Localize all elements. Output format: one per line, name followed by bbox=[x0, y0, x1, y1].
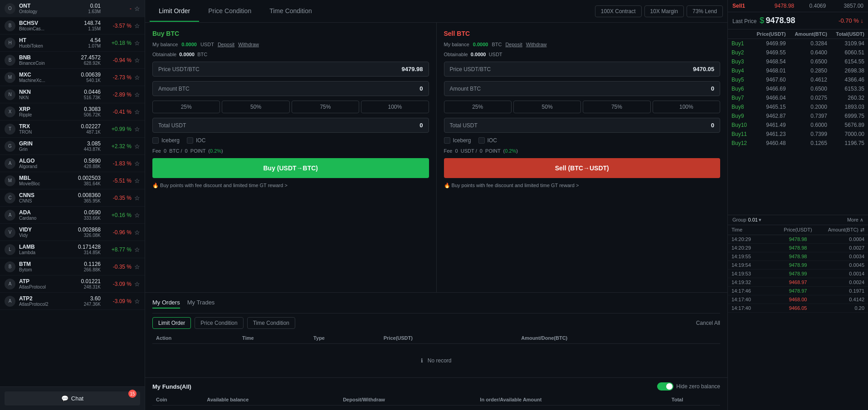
star-icon[interactable]: ☆ bbox=[134, 39, 140, 47]
coin-info: BNB BinanceCoin bbox=[19, 54, 81, 66]
lend-73pct[interactable]: 73% Lend bbox=[687, 5, 723, 17]
sidebar-item[interactable]: T TRX TRON 0.02227 487.1K +0.99 % ☆ bbox=[0, 121, 145, 138]
sub-tab-time-cond[interactable]: Time Condition bbox=[247, 317, 295, 329]
buy-pct-btn[interactable]: 25% bbox=[152, 101, 220, 113]
sidebar-item[interactable]: M MBL MovieBloc 0.002503 381.64K -5.51 %… bbox=[0, 172, 145, 189]
sell-ioc-checkbox[interactable]: IOC bbox=[478, 137, 497, 144]
contract-100x[interactable]: 100X Contract bbox=[595, 5, 642, 17]
buy-label: Buy8 bbox=[728, 102, 751, 111]
more-link[interactable]: More ∧ bbox=[847, 217, 863, 223]
cancel-all-button[interactable]: Cancel All bbox=[696, 320, 720, 326]
star-icon[interactable]: ☆ bbox=[134, 91, 140, 98]
ob-col-price: Price(USDT) bbox=[751, 29, 790, 39]
buy-order-row[interactable]: Buy12 9460.48 0.1265 1196.75 bbox=[728, 139, 868, 148]
coin-icon: B bbox=[5, 20, 15, 31]
buy-promo-text[interactable]: Buy points with fee discount and limited… bbox=[160, 183, 288, 188]
sidebar-item[interactable]: C CNNS CNNS 0.008360 365.95K -0.35 % ☆ bbox=[0, 189, 145, 207]
sell-button[interactable]: Sell (BTC→USDT) bbox=[444, 158, 721, 178]
buy-order-row[interactable]: Buy9 9462.87 0.7397 6999.75 bbox=[728, 111, 868, 121]
sidebar-item[interactable]: A ALGO Algorand 0.5890 428.88K -1.83 % ☆ bbox=[0, 155, 145, 172]
star-icon[interactable]: ☆ bbox=[134, 194, 140, 202]
star-icon[interactable]: ☆ bbox=[134, 280, 140, 288]
coin-price: 3.60 bbox=[84, 295, 101, 302]
buy-pct-btn[interactable]: 100% bbox=[361, 101, 429, 113]
sidebar-item[interactable]: A ATP AtlasProtocol 0.01221 248.31K -3.0… bbox=[0, 275, 145, 293]
last-price-label: Last Price bbox=[732, 18, 756, 24]
sell-promo-text[interactable]: Buy points with fee discount and limited… bbox=[452, 183, 579, 188]
chat-icon: 💬 bbox=[61, 395, 68, 402]
tab-my-trades[interactable]: My Trades bbox=[187, 297, 215, 309]
coin-vol: 314.85K bbox=[78, 250, 101, 255]
sidebar-item[interactable]: X XRP Ripple 0.3083 506.72K -0.41 % ☆ bbox=[0, 103, 145, 121]
funds-col-inorder: In order/Available Amount bbox=[476, 394, 668, 405]
sidebar-item[interactable]: M MXC MachineXc... 0.00639 540.1K -2.73 … bbox=[0, 69, 145, 86]
star-icon[interactable]: ☆ bbox=[134, 125, 140, 133]
sidebar-item[interactable]: L LAMB Lambda 0.171428 314.85K +8.77 % ☆ bbox=[0, 241, 145, 258]
buy-order-row[interactable]: Buy3 9468.54 0.6500 6154.55 bbox=[728, 57, 868, 66]
refresh-icon[interactable]: ⇄ bbox=[860, 227, 864, 233]
buy-order-row[interactable]: Buy5 9467.60 0.4612 4366.46 bbox=[728, 75, 868, 84]
sidebar-item[interactable]: O ONT Ontology 0.01 1.63M - ☆ bbox=[0, 0, 145, 17]
tab-limit-order[interactable]: Limit Order bbox=[150, 1, 199, 22]
sell-pct-btn[interactable]: 25% bbox=[444, 101, 512, 113]
buy-iceberg-checkbox[interactable]: Iceberg bbox=[152, 137, 180, 144]
sidebar-item[interactable]: B BNB BinanceCoin 27.4572 628.92K -0.94 … bbox=[0, 52, 145, 69]
star-icon[interactable]: ☆ bbox=[134, 74, 140, 81]
buy-order-row[interactable]: Buy2 9469.55 0.6400 6060.51 bbox=[728, 48, 868, 57]
sidebar-item[interactable]: B BCHSV BitcoinCas... 148.74 1.15M -3.57… bbox=[0, 17, 145, 34]
star-icon[interactable]: ☆ bbox=[134, 229, 140, 236]
star-icon[interactable]: ☆ bbox=[134, 177, 140, 184]
star-icon[interactable]: ☆ bbox=[134, 298, 140, 305]
star-icon[interactable]: ☆ bbox=[134, 57, 140, 64]
coin-info: VIDY Vidy bbox=[19, 227, 78, 238]
sell-pct-btn[interactable]: 100% bbox=[653, 101, 720, 113]
star-icon[interactable]: ☆ bbox=[134, 22, 140, 29]
sell-deposit-link[interactable]: Deposit bbox=[505, 42, 522, 47]
star-icon[interactable]: ☆ bbox=[134, 108, 140, 116]
sidebar-item[interactable]: G GRIN Grin 3.085 443.87K +2.32 % ☆ bbox=[0, 138, 145, 155]
chat-button[interactable]: 💬 Chat 15 bbox=[5, 391, 140, 405]
toggle-switch[interactable] bbox=[657, 382, 673, 391]
sidebar-item[interactable]: H HT HuobiToken 4.54 1.07M +0.18 % ☆ bbox=[0, 34, 145, 52]
sub-tab-price-cond[interactable]: Price Condition bbox=[195, 317, 243, 329]
sell-pct-btn[interactable]: 75% bbox=[583, 101, 650, 113]
star-icon[interactable]: ☆ bbox=[134, 5, 140, 12]
buy-pct-btn[interactable]: 50% bbox=[222, 101, 289, 113]
buy-ioc-checkbox[interactable]: IOC bbox=[187, 137, 205, 144]
buy-order-row[interactable]: Buy8 9465.15 0.2000 1893.03 bbox=[728, 102, 868, 111]
buy-price: 9462.87 bbox=[751, 111, 790, 121]
sell-pct-btn[interactable]: 50% bbox=[513, 101, 581, 113]
buy-order-row[interactable]: Buy6 9466.69 0.6500 6153.35 bbox=[728, 84, 868, 93]
tab-price-condition[interactable]: Price Condition bbox=[199, 1, 260, 22]
buy-order-row[interactable]: Buy10 9461.49 0.6000 5676.89 bbox=[728, 121, 868, 130]
sidebar-item[interactable]: A ATP2 AtlasProtocol2 3.60 247.36K -3.09… bbox=[0, 293, 145, 310]
tab-time-condition[interactable]: Time Condition bbox=[260, 1, 321, 22]
star-icon[interactable]: ☆ bbox=[134, 246, 140, 253]
coin-change: -3.09 % bbox=[104, 281, 132, 287]
tab-my-orders[interactable]: My Orders bbox=[152, 297, 180, 309]
buy-button[interactable]: Buy (USDT→BTC) bbox=[152, 158, 429, 178]
sidebar-item[interactable]: B BTM Bytom 0.1126 266.88K -0.35 % ☆ bbox=[0, 258, 145, 275]
orders-section: My Orders My Trades Limit Order Price Co… bbox=[145, 292, 727, 377]
buy-order-row[interactable]: Buy1 9469.99 0.3284 3109.94 bbox=[728, 39, 868, 48]
buy-order-row[interactable]: Buy4 9468.01 0.2850 2698.38 bbox=[728, 66, 868, 75]
sell-withdraw-link[interactable]: Withdraw bbox=[526, 42, 547, 47]
buy-order-row[interactable]: Buy11 9461.23 0.7399 7000.00 bbox=[728, 130, 868, 139]
star-icon[interactable]: ☆ bbox=[134, 143, 140, 150]
sidebar-item[interactable]: N NKN NKN 0.0446 516.73K -2.89 % ☆ bbox=[0, 86, 145, 103]
coin-change: -3.09 % bbox=[104, 298, 132, 304]
orderbook-scroll[interactable]: Price(USDT) Amount(BTC) Total(USDT) Buy1… bbox=[728, 29, 868, 215]
sidebar-item[interactable]: V VIDY Vidy 0.002868 326.08K -0.96 % ☆ bbox=[0, 224, 145, 241]
buy-withdraw-link[interactable]: Withdraw bbox=[238, 42, 259, 47]
buy-pct-btn[interactable]: 75% bbox=[292, 101, 359, 113]
star-icon[interactable]: ☆ bbox=[134, 160, 140, 167]
margin-10x[interactable]: 10X Margin bbox=[644, 5, 684, 17]
sub-tab-limit[interactable]: Limit Order bbox=[152, 317, 191, 329]
sell-iceberg-checkbox[interactable]: Iceberg bbox=[444, 137, 471, 144]
hide-zero-toggle[interactable]: Hide zero balance bbox=[657, 382, 720, 391]
star-icon[interactable]: ☆ bbox=[134, 212, 140, 219]
sidebar-item[interactable]: A ADA Cardano 0.0590 333.66K +0.16 % ☆ bbox=[0, 207, 145, 224]
star-icon[interactable]: ☆ bbox=[134, 263, 140, 270]
buy-deposit-link[interactable]: Deposit bbox=[218, 42, 234, 47]
buy-order-row[interactable]: Buy7 9466.04 0.0275 260.32 bbox=[728, 93, 868, 102]
